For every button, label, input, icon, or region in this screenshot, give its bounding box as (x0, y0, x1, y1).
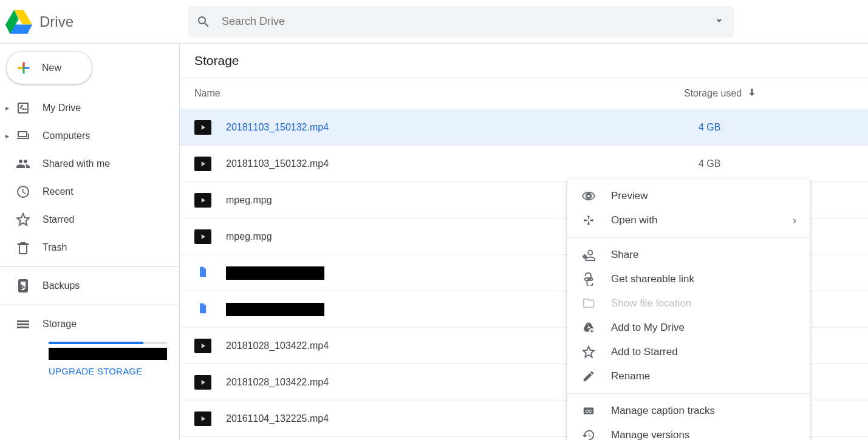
column-storage-used-header[interactable]: Storage used (684, 87, 844, 100)
sidebar-item-computers[interactable]: ▸ Computers (0, 122, 179, 150)
divider (0, 305, 179, 305)
video-thumbnail-icon (194, 339, 211, 353)
dropdown-icon (713, 14, 726, 27)
video-thumbnail-icon (194, 120, 211, 135)
sidebar-item-recent[interactable]: Recent (0, 178, 179, 206)
divider (0, 266, 179, 267)
backups-icon (15, 279, 32, 293)
folder-icon (581, 297, 596, 310)
history-icon (581, 428, 596, 440)
clock-icon (15, 184, 32, 199)
sidebar-item-my-drive[interactable]: ▸ My Drive (0, 94, 179, 122)
cc-icon (581, 404, 596, 418)
app-header: Drive (0, 0, 868, 44)
menu-item-rename[interactable]: Rename (567, 364, 810, 388)
video-thumbnail-icon (194, 193, 211, 208)
sidebar-item-shared-with-me[interactable]: Shared with me (0, 150, 179, 178)
video-thumbnail-icon (194, 157, 211, 171)
person-add-icon (581, 248, 596, 262)
trash-icon (15, 240, 32, 255)
menu-item-add-to-my-drive[interactable]: Add to My Drive (567, 316, 810, 340)
menu-item-manage-versions[interactable]: Manage versions (567, 423, 810, 440)
search-icon (196, 15, 211, 29)
star-icon (15, 212, 32, 227)
column-name-header[interactable]: Name (194, 88, 684, 99)
file-size: 4 GB (699, 158, 859, 169)
drive-logo-icon (5, 8, 32, 35)
new-button[interactable]: New (6, 51, 92, 84)
file-name: 20181103_150132.mp4 (226, 122, 699, 133)
document-icon (197, 265, 209, 282)
drive-add-icon (581, 321, 596, 334)
sidebar-item-storage[interactable]: Storage (0, 310, 179, 338)
search-bar[interactable] (188, 6, 734, 38)
video-thumbnail-icon (194, 229, 211, 244)
app-name: Drive (39, 13, 73, 30)
file-row[interactable]: 20181103_150132.mp44 GB (180, 109, 868, 146)
menu-item-get-shareable-link[interactable]: Get shareable link (567, 267, 810, 291)
page-title: Storage (180, 44, 868, 78)
logo-block[interactable]: Drive (5, 8, 188, 35)
open-with-icon (581, 214, 596, 227)
menu-item-show-file-location: Show file location (567, 291, 810, 316)
chevron-right-icon: › (793, 214, 796, 227)
upgrade-storage-link[interactable]: UPGRADE STORAGE (49, 366, 142, 376)
file-name-redacted (226, 303, 324, 316)
menu-item-manage-caption-tracks[interactable]: Manage caption tracks (567, 399, 810, 423)
video-thumbnail-icon (194, 411, 211, 426)
context-menu: Preview Open with › Share Get shareable … (567, 179, 810, 440)
sidebar: New ▸ My Drive▸ Computers Shared with me… (0, 44, 180, 440)
search-options-dropdown[interactable] (713, 14, 726, 30)
menu-divider (567, 237, 810, 238)
menu-item-preview[interactable]: Preview (567, 184, 810, 208)
eye-icon (581, 189, 596, 203)
file-size: 4 GB (699, 122, 859, 133)
new-button-label: New (42, 63, 61, 73)
menu-item-add-to-starred[interactable]: Add to Starred (567, 340, 810, 364)
rename-icon (581, 370, 596, 383)
file-name: 20181103_150132.mp4 (226, 158, 699, 169)
storage-meter (49, 342, 167, 344)
sidebar-item-trash[interactable]: Trash (0, 234, 179, 262)
computers-icon (15, 129, 32, 143)
table-header: Name Storage used (180, 78, 868, 109)
file-name-redacted (226, 266, 324, 280)
drive-icon (15, 101, 32, 115)
document-icon (197, 301, 209, 318)
menu-divider (567, 393, 810, 394)
plus-icon (15, 59, 32, 76)
storage-quota-redacted (49, 348, 167, 360)
search-input[interactable] (211, 15, 705, 28)
sidebar-item-starred[interactable]: Starred (0, 206, 179, 234)
storage-icon (15, 317, 32, 331)
link-icon (581, 272, 596, 286)
sidebar-item-backups[interactable]: Backups (0, 272, 179, 300)
menu-item-open-with[interactable]: Open with › (567, 208, 810, 232)
shared-icon (15, 157, 32, 171)
file-row[interactable]: 20181103_150132.mp44 GB (180, 146, 868, 182)
sort-descending-icon (747, 87, 757, 100)
menu-item-share[interactable]: Share (567, 243, 810, 267)
video-thumbnail-icon (194, 375, 211, 390)
star-icon (581, 345, 596, 359)
